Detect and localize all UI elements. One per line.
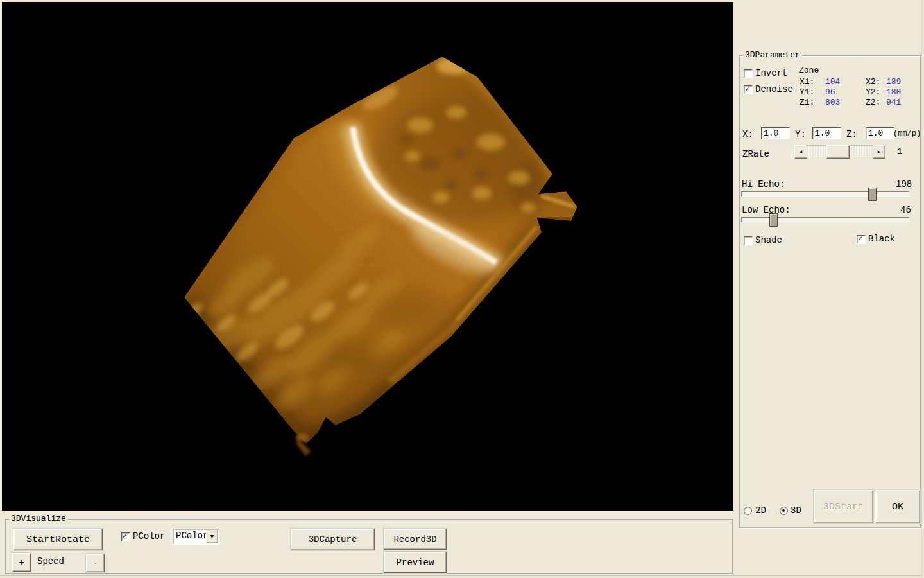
- low-echo-label: Low Echo:: [742, 205, 791, 215]
- ok-button[interactable]: OK: [875, 490, 920, 523]
- shade-label: Shade: [755, 235, 782, 245]
- mode-3d-label: 3D: [791, 505, 801, 516]
- denoise-checkbox[interactable]: [744, 85, 753, 94]
- hi-echo-value: 198: [896, 179, 912, 189]
- parameter-group-label: 3DParameter: [743, 50, 802, 60]
- mode-2d-label: 2D: [755, 505, 766, 516]
- visualize-group: 3DVisualize StartRotate PColor PColor ▼ …: [5, 519, 733, 574]
- zone-label: Zone: [799, 66, 819, 76]
- zone-y2-label: Y2:: [866, 87, 880, 98]
- black-checkbox[interactable]: [857, 235, 866, 244]
- scroll-left-icon[interactable]: ◄: [794, 145, 807, 159]
- zone-x2-label: X2:: [866, 77, 880, 87]
- low-echo-value: 46: [900, 205, 911, 215]
- pcolor-dropdown[interactable]: PColor ▼: [173, 529, 219, 545]
- parameter-group: 3DParameter Invert Denoise Zone X1: 104 …: [739, 55, 921, 528]
- zone-z2-label: Z2:: [866, 98, 880, 108]
- zrate-scrollbar-thumb[interactable]: [826, 145, 850, 159]
- visualize-group-label: 3DVisualize: [9, 514, 68, 523]
- mode-2d-radio[interactable]: [744, 507, 752, 515]
- scale-z-label: Z:: [846, 129, 857, 139]
- record-3d-button[interactable]: Record3D: [384, 529, 447, 550]
- low-echo-slider-thumb[interactable]: [769, 213, 778, 227]
- zone-x1-label: X1:: [800, 77, 814, 87]
- zone-x2-value: 189: [886, 77, 901, 87]
- zone-y1-label: Y1:: [800, 87, 814, 98]
- capture-3d-button[interactable]: 3DCapture: [291, 529, 375, 550]
- start-rotate-button[interactable]: StartRotate: [13, 529, 103, 550]
- shade-checkbox[interactable]: [744, 236, 753, 245]
- black-label: Black: [868, 234, 895, 244]
- scale-y-input[interactable]: [812, 127, 841, 139]
- low-echo-slider-track[interactable]: [741, 217, 909, 222]
- zrate-value: 1: [897, 146, 902, 157]
- zrate-scrollbar[interactable]: ◄ ►: [794, 145, 886, 157]
- window-right-edge: [921, 0, 924, 578]
- scale-z-input[interactable]: [866, 127, 894, 139]
- invert-checkbox[interactable]: [744, 69, 753, 78]
- speed-plus-button[interactable]: +: [12, 553, 31, 572]
- ultrasound-3d-render: [2, 2, 733, 511]
- zone-y2-value: 180: [886, 87, 901, 98]
- start-3d-button[interactable]: 3DStart: [814, 490, 873, 523]
- speed-label: Speed: [37, 556, 64, 566]
- zone-x1-value: 104: [825, 77, 840, 87]
- speed-minus-button[interactable]: -: [86, 554, 105, 572]
- render-viewport[interactable]: [2, 2, 733, 511]
- zrate-label: ZRate: [742, 149, 769, 159]
- denoise-label: Denoise: [755, 84, 793, 94]
- zone-z1-label: Z1:: [800, 98, 814, 108]
- hi-echo-slider-track[interactable]: [741, 191, 909, 197]
- zone-z1-value: 803: [825, 98, 840, 108]
- hi-echo-slider-thumb[interactable]: [868, 188, 877, 201]
- preview-button[interactable]: Preview: [384, 552, 447, 573]
- hi-echo-label: Hi Echo:: [742, 179, 785, 189]
- mode-3d-radio[interactable]: [780, 507, 788, 515]
- pcolor-label: PColor: [133, 531, 165, 541]
- zone-y1-value: 96: [825, 87, 835, 98]
- zone-z2-value: 941: [886, 98, 901, 108]
- ultrasound-3d-app-window: { "sidebar": { "group_label": "3DParamet…: [0, 0, 924, 578]
- window-bottom-edge: [0, 575, 924, 578]
- scale-y-label: Y:: [795, 129, 806, 139]
- pcolor-checkbox[interactable]: [121, 532, 130, 541]
- scale-x-label: X:: [742, 129, 753, 139]
- pcolor-dropdown-value: PColor: [176, 530, 208, 541]
- scale-unit-label: (mm/p): [893, 128, 921, 139]
- scroll-right-icon[interactable]: ►: [873, 145, 886, 159]
- chevron-down-icon[interactable]: ▼: [206, 530, 218, 543]
- invert-label: Invert: [755, 68, 787, 78]
- scale-x-input[interactable]: [761, 127, 790, 139]
